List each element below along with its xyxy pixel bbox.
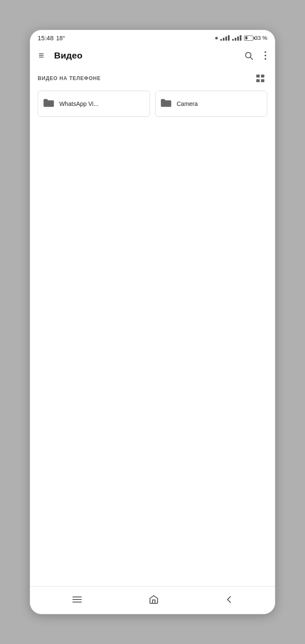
bar1 xyxy=(232,39,234,41)
app-bar-actions xyxy=(242,49,268,62)
signal-bars-2 xyxy=(232,35,241,41)
svg-point-3 xyxy=(265,55,266,56)
battery-fill xyxy=(245,36,248,39)
content-area xyxy=(30,125,275,586)
folder-grid: WhatsApp Vi... Camera xyxy=(30,88,275,125)
battery-percent: 33 % xyxy=(255,35,267,41)
nav-menu-icon xyxy=(72,595,82,604)
nav-menu-button[interactable] xyxy=(65,594,89,605)
folder-icon-camera xyxy=(161,98,172,110)
more-options-icon xyxy=(264,51,266,60)
list-view-button[interactable] xyxy=(255,73,267,84)
folder-name-whatsapp: WhatsApp Vi... xyxy=(59,100,98,107)
app-title: Видео xyxy=(54,50,242,61)
status-left: 15:48 18° xyxy=(38,34,65,42)
bar4 xyxy=(240,35,241,41)
svg-rect-7 xyxy=(256,79,260,82)
status-temp: 18° xyxy=(56,35,65,42)
folder-name-camera: Camera xyxy=(177,100,198,107)
svg-point-4 xyxy=(265,58,266,60)
svg-rect-5 xyxy=(256,75,260,78)
nav-home-button[interactable] xyxy=(142,593,166,606)
nav-back-icon xyxy=(225,594,233,605)
section-header: ВИДЕО НА ТЕЛЕФОНЕ xyxy=(30,67,275,88)
hamburger-button[interactable]: ≡ xyxy=(37,49,46,62)
svg-rect-6 xyxy=(261,75,264,78)
svg-line-1 xyxy=(250,57,252,59)
folder-icon-whatsapp xyxy=(43,98,54,110)
signal-bars-1 xyxy=(220,35,230,41)
network-dot xyxy=(215,37,218,39)
status-bar: 15:48 18° 33 % xyxy=(30,30,275,44)
nav-back-button[interactable] xyxy=(219,593,240,606)
bar4 xyxy=(228,35,230,41)
battery-icon xyxy=(244,36,253,41)
svg-point-2 xyxy=(265,51,266,53)
bar3 xyxy=(225,36,227,41)
list-view-icon xyxy=(256,75,266,82)
status-right: 33 % xyxy=(215,35,267,41)
bar1 xyxy=(220,39,222,41)
status-time: 15:48 xyxy=(38,34,54,42)
search-button[interactable] xyxy=(242,49,255,62)
bar3 xyxy=(237,36,239,41)
folder-camera[interactable]: Camera xyxy=(155,91,267,117)
battery-container: 33 % xyxy=(244,35,267,41)
bar2 xyxy=(235,38,236,41)
svg-rect-8 xyxy=(261,79,264,82)
app-bar: ≡ Видео xyxy=(30,44,275,67)
phone-shell: 15:48 18° 33 % xyxy=(30,30,275,614)
section-label: ВИДЕО НА ТЕЛЕФОНЕ xyxy=(38,75,101,81)
bottom-nav xyxy=(30,586,275,614)
bar2 xyxy=(223,38,225,41)
folder-whatsapp[interactable]: WhatsApp Vi... xyxy=(38,91,150,117)
nav-home-icon xyxy=(149,594,159,605)
more-options-button[interactable] xyxy=(263,49,268,62)
search-icon xyxy=(244,51,253,60)
